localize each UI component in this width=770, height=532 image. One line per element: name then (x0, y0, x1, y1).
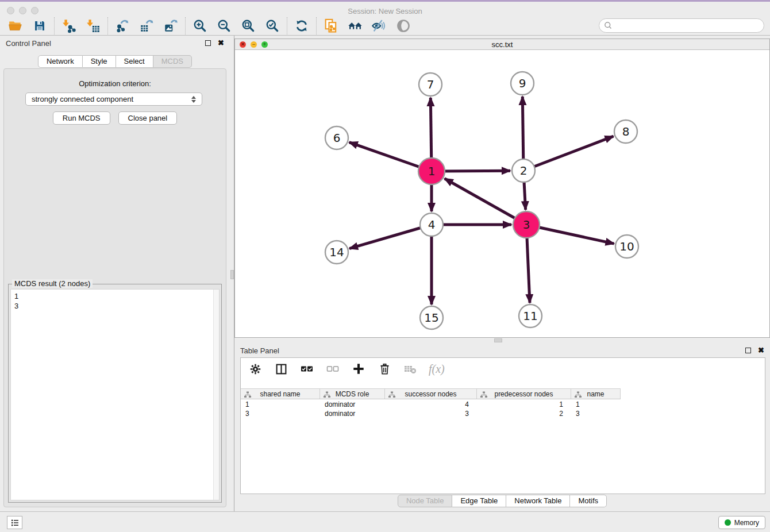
select-all-icon[interactable] (299, 361, 314, 376)
close-panel-button[interactable]: Close panel (118, 111, 178, 125)
first-neighbors-icon[interactable] (343, 17, 367, 35)
svg-text:4: 4 (428, 218, 436, 232)
delete-table-icon[interactable] (403, 361, 418, 376)
show-graphics-icon[interactable] (391, 17, 415, 35)
deselect-all-icon[interactable] (325, 361, 340, 376)
node-3[interactable]: 3 (513, 211, 540, 238)
delete-column-icon[interactable] (377, 361, 392, 376)
cell[interactable]: 4 (385, 400, 477, 410)
cell[interactable]: dominator (320, 400, 385, 410)
show-panels-button[interactable] (7, 516, 22, 529)
export-image-icon[interactable] (159, 17, 183, 35)
zoom-in-icon[interactable] (188, 17, 212, 35)
network-canvas[interactable]: 1234678910111415 (235, 50, 769, 337)
search-input[interactable] (613, 21, 750, 30)
float-table-panel-icon[interactable] (745, 348, 751, 353)
optimization-criterion-select[interactable]: strongly connected component (25, 92, 202, 106)
node-11[interactable]: 11 (519, 304, 542, 327)
tab-edge-table[interactable]: Edge Table (452, 495, 506, 507)
vertical-splitter[interactable] (230, 36, 234, 511)
node-7[interactable]: 7 (419, 73, 442, 96)
search-box[interactable] (599, 18, 764, 33)
hide-graphics-icon[interactable] (367, 17, 391, 35)
tab-node-table[interactable]: Node Table (398, 495, 453, 507)
function-builder-icon[interactable]: f(x) (429, 363, 445, 376)
svg-text:6: 6 (333, 131, 341, 145)
mcds-result-text[interactable]: 1 3 (10, 289, 220, 500)
table-header-row[interactable]: shared nameMCDS rolesuccessor nodesprede… (241, 388, 621, 399)
close-table-panel-icon[interactable]: ✖ (758, 348, 764, 353)
optimization-criterion-value: strongly connected component (32, 95, 133, 103)
cell[interactable]: dominator (320, 410, 385, 419)
run-mcds-button[interactable]: Run MCDS (53, 111, 110, 125)
cell[interactable]: 1 (571, 400, 621, 410)
horizontal-splitter[interactable] (234, 338, 770, 343)
tab-network[interactable]: Network (38, 55, 83, 68)
toolbar-separator (287, 17, 287, 34)
mcds-result-fieldset: MCDS result (2 nodes) 1 3 (8, 284, 222, 503)
add-column-icon[interactable] (351, 361, 366, 376)
table-tabs: Node TableEdge TableNetwork TableMotifs (234, 495, 770, 507)
memory-button[interactable]: Memory (718, 516, 765, 529)
cell[interactable]: 3 (571, 410, 621, 419)
edge-3-1[interactable] (445, 179, 526, 225)
edge-2-8[interactable] (523, 136, 614, 171)
zoom-out-icon[interactable] (212, 17, 236, 35)
node-15[interactable]: 15 (420, 306, 443, 329)
export-table-icon[interactable] (134, 17, 159, 35)
splitter-grip[interactable] (230, 270, 234, 279)
open-file-icon[interactable] (3, 17, 28, 35)
result-scrollbar[interactable] (213, 290, 219, 500)
edge-4-14[interactable] (349, 225, 432, 249)
network-window-titlebar[interactable]: ✕ – + scc.txt (235, 39, 769, 50)
close-panel-icon[interactable]: ✖ (218, 40, 224, 46)
gear-icon[interactable] (248, 361, 263, 376)
node-6[interactable]: 6 (325, 126, 348, 149)
control-panel-tabs: NetworkStyleSelectMCDS (0, 55, 230, 68)
memory-status-icon (725, 519, 731, 526)
table-row[interactable]: 3dominator323 (241, 410, 621, 419)
node-14[interactable]: 14 (325, 241, 348, 264)
column-header-predecessor-nodes[interactable]: predecessor nodes (477, 389, 571, 399)
cell[interactable]: 3 (241, 410, 320, 419)
window-title: Session: New Session (0, 7, 770, 16)
import-table-icon[interactable] (81, 17, 105, 35)
node-9[interactable]: 9 (511, 72, 534, 95)
table-toolbar: f(x) (241, 358, 765, 380)
node-8[interactable]: 8 (614, 120, 637, 143)
column-header-MCDS-role[interactable]: MCDS role (320, 389, 385, 399)
table-panel: Table Panel ✖ (234, 343, 770, 511)
tab-motifs[interactable]: Motifs (570, 495, 607, 507)
column-header-successor-nodes[interactable]: successor nodes (385, 389, 477, 399)
zoom-fit-icon[interactable] (236, 17, 260, 35)
column-header-name[interactable]: name (571, 389, 621, 399)
control-panel-title: Control Panel (6, 39, 51, 48)
node-4[interactable]: 4 (420, 213, 443, 236)
node-10[interactable]: 10 (615, 235, 638, 258)
cell[interactable]: 1 (241, 400, 320, 410)
splitter-grip[interactable] (494, 338, 502, 342)
columns-icon[interactable] (274, 361, 288, 376)
export-network-icon[interactable] (110, 17, 134, 35)
refresh-icon[interactable] (290, 17, 314, 35)
table-row[interactable]: 1dominator411 (241, 400, 621, 410)
network-window: ✕ – + scc.txt 1234678910111415 (234, 38, 770, 338)
tab-select[interactable]: Select (116, 55, 153, 68)
tab-style[interactable]: Style (83, 55, 116, 68)
svg-text:3: 3 (523, 218, 530, 232)
tab-mcds[interactable]: MCDS (153, 55, 192, 68)
cell[interactable]: 2 (477, 410, 571, 419)
cell[interactable]: 3 (385, 410, 477, 419)
save-session-icon[interactable] (28, 17, 52, 35)
svg-text:2: 2 (520, 164, 528, 178)
clone-network-icon[interactable] (319, 17, 343, 35)
node-1[interactable]: 1 (418, 158, 445, 184)
column-header-shared-name[interactable]: shared name (241, 389, 320, 399)
tab-network-table[interactable]: Network Table (506, 495, 570, 507)
status-bar: Memory (0, 511, 770, 532)
import-network-icon[interactable] (57, 17, 81, 35)
float-panel-icon[interactable] (205, 40, 211, 46)
node-2[interactable]: 2 (512, 159, 535, 182)
zoom-selected-icon[interactable] (260, 17, 284, 35)
cell[interactable]: 1 (477, 400, 571, 410)
